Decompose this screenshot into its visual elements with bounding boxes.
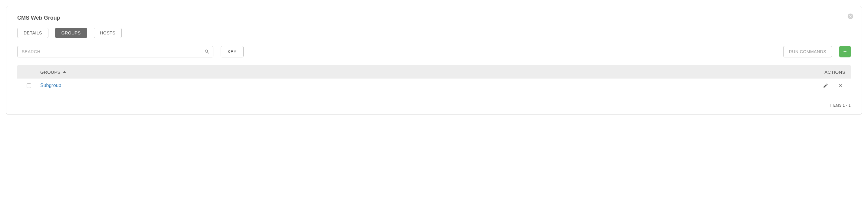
plus-icon: [843, 49, 847, 54]
table-header: GROUPS ACTIONS: [17, 65, 851, 79]
row-checkbox-cell: [17, 83, 40, 88]
close-icon: [847, 13, 854, 19]
edit-button[interactable]: [823, 83, 828, 88]
tab-details[interactable]: DETAILS: [17, 28, 49, 38]
x-icon: [838, 83, 843, 88]
search-group: [17, 46, 213, 57]
toolbar: KEY RUN COMMANDS: [17, 46, 851, 57]
delete-button[interactable]: [838, 83, 843, 88]
footer: ITEMS 1 - 1: [17, 103, 851, 108]
toolbar-spacer: [251, 46, 776, 57]
row-name-cell: Subgroup: [40, 83, 817, 88]
row-actions: [817, 83, 851, 88]
add-button[interactable]: [839, 46, 851, 57]
tab-hosts[interactable]: HOSTS: [94, 28, 122, 38]
pencil-icon: [823, 83, 828, 88]
items-count: ITEMS 1 - 1: [830, 103, 851, 108]
row-checkbox[interactable]: [27, 83, 31, 88]
close-button[interactable]: [847, 13, 854, 19]
run-commands-button[interactable]: RUN COMMANDS: [783, 46, 832, 57]
search-button[interactable]: [200, 46, 213, 57]
sort-ascending-icon: [63, 71, 66, 73]
header-actions-col: ACTIONS: [817, 70, 851, 75]
search-icon: [204, 49, 210, 54]
table-row: Subgroup: [17, 79, 851, 92]
tab-groups[interactable]: GROUPS: [55, 28, 87, 38]
header-groups-label: GROUPS: [40, 70, 61, 75]
search-input[interactable]: [17, 46, 200, 57]
tabs: DETAILS GROUPS HOSTS: [17, 28, 851, 38]
panel: CMS Web Group DETAILS GROUPS HOSTS KEY R…: [6, 6, 862, 115]
key-button[interactable]: KEY: [221, 46, 244, 57]
row-link-subgroup[interactable]: Subgroup: [40, 83, 61, 88]
header-groups-col[interactable]: GROUPS: [40, 70, 817, 75]
panel-title: CMS Web Group: [17, 15, 851, 21]
